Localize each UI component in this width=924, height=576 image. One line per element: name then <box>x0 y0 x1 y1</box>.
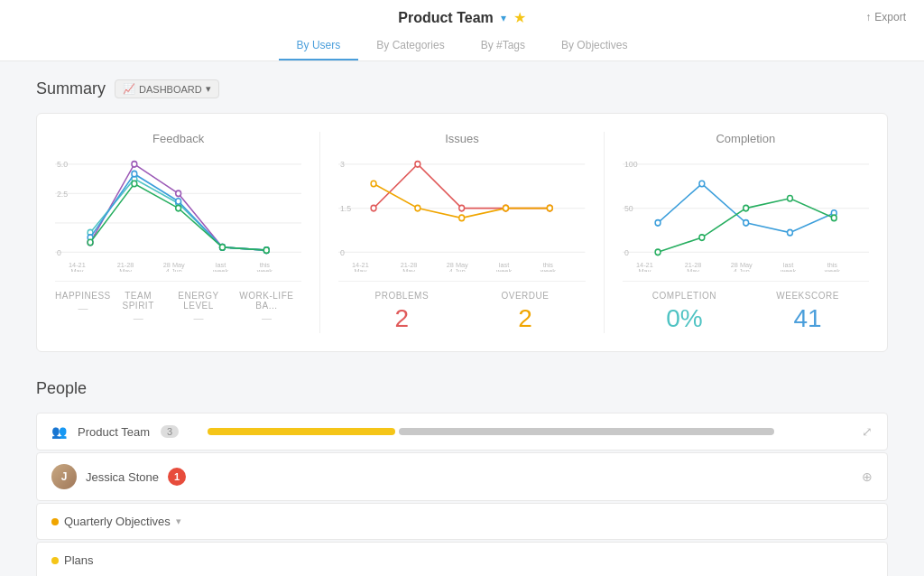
stat-team-spirit: TEAM SPIRIT — <box>111 291 166 323</box>
svg-point-70 <box>699 181 705 187</box>
svg-point-9 <box>176 190 181 197</box>
avatar: J <box>51 464 77 489</box>
team-progress <box>208 428 833 435</box>
svg-point-52 <box>548 205 553 211</box>
chevron-down-icon[interactable]: ▾ <box>176 516 181 527</box>
quarterly-objectives-section: Quarterly Objectives ▾ <box>36 503 888 540</box>
issues-card-title: Issues <box>338 132 585 145</box>
stat-work-life: WORK-LIFE BA... — <box>231 291 301 323</box>
person-name: Jessica Stone <box>86 470 159 484</box>
expand-person-button[interactable]: ⊕ <box>862 469 873 484</box>
svg-point-25 <box>220 245 226 251</box>
team-name: Product Team <box>78 425 150 439</box>
team-row: 👥 Product Team 3 ⤢ <box>36 413 888 451</box>
svg-point-69 <box>655 220 661 227</box>
stat-happiness: HAPPINESS — <box>55 291 111 323</box>
svg-text:week: week <box>495 267 512 272</box>
issues-stats: PROBLEMS 2 OVERDUE 2 <box>338 281 585 333</box>
summary-cards: Feedback 5.0 2.5 0 <box>36 113 888 352</box>
stat-overdue: OVERDUE 2 <box>501 291 549 333</box>
export-icon: ↑ <box>865 11 871 23</box>
svg-point-8 <box>132 162 137 168</box>
svg-text:week: week <box>824 267 840 272</box>
svg-point-45 <box>459 205 465 211</box>
header-title-row: Product Team ▾ ★ ↑ Export <box>398 0 526 32</box>
svg-text:4 Jun: 4 Jun <box>166 267 182 272</box>
svg-text:5.0: 5.0 <box>57 160 68 170</box>
plans-title: Plans <box>51 553 873 567</box>
people-section: People 👥 Product Team 3 ⤢ J Jessica Ston… <box>36 379 888 576</box>
stat-energy-level: ENERGY LEVEL — <box>166 291 232 323</box>
svg-point-78 <box>831 215 836 221</box>
completion-card: Completion 100 50 0 <box>623 132 869 333</box>
alert-icon: 1 <box>168 468 186 486</box>
svg-point-22 <box>88 239 93 246</box>
header: Product Team ▾ ★ ↑ Export By Users By Ca… <box>0 0 924 61</box>
svg-text:May: May <box>119 267 132 272</box>
svg-point-44 <box>415 162 420 168</box>
svg-text:May: May <box>355 267 367 272</box>
svg-point-49 <box>415 205 420 211</box>
svg-text:0: 0 <box>340 247 345 257</box>
main-content: Summary 📈 DASHBOARD ▾ Feedback 5.0 2.5 <box>0 61 924 576</box>
svg-point-72 <box>787 229 792 236</box>
summary-header: Summary 📈 DASHBOARD ▾ <box>36 79 888 98</box>
tab-by-categories[interactable]: By Categories <box>358 32 462 60</box>
progress-bar-gray <box>399 428 774 435</box>
page-title: Product Team <box>398 10 494 26</box>
svg-point-24 <box>176 205 181 211</box>
svg-text:1.5: 1.5 <box>340 203 351 213</box>
stat-completion: COMPLETION 0% <box>652 291 716 333</box>
stat-weekscore: WEEKSCORE 41 <box>776 291 839 333</box>
person-row: J Jessica Stone 1 ⊕ <box>36 452 888 501</box>
svg-text:2.5: 2.5 <box>57 189 68 199</box>
completion-chart: 100 50 0 <box>623 154 869 272</box>
svg-point-18 <box>132 171 137 177</box>
completion-stats: COMPLETION 0% WEEKSCORE 41 <box>623 281 869 333</box>
quarterly-objectives-title: Quarterly Objectives ▾ <box>51 515 873 528</box>
feedback-card: Feedback 5.0 2.5 0 <box>55 132 301 333</box>
svg-point-23 <box>132 181 137 187</box>
svg-point-71 <box>743 220 748 227</box>
tab-by-objectives[interactable]: By Objectives <box>543 32 645 60</box>
feedback-chart: 5.0 2.5 0 <box>55 154 301 272</box>
svg-text:week: week <box>256 267 273 272</box>
tab-by-tags[interactable]: By #Tags <box>463 32 543 60</box>
svg-text:0: 0 <box>624 247 629 257</box>
card-divider-1 <box>319 132 320 333</box>
svg-text:3: 3 <box>340 160 345 170</box>
svg-text:May: May <box>687 267 699 272</box>
dropdown-arrow-icon[interactable]: ▾ <box>501 12 506 24</box>
expand-team-icon[interactable]: ⤢ <box>862 424 873 439</box>
orange-dot-icon <box>51 518 59 525</box>
export-button[interactable]: ↑ Export <box>865 11 906 23</box>
svg-point-26 <box>263 247 269 254</box>
svg-point-19 <box>176 199 181 205</box>
svg-text:week: week <box>540 267 556 272</box>
chart-icon: 📈 <box>123 83 135 95</box>
progress-bar-yellow <box>208 428 395 435</box>
team-count: 3 <box>161 425 179 438</box>
tab-by-users[interactable]: By Users <box>279 32 359 60</box>
summary-title: Summary <box>36 79 106 98</box>
svg-point-74 <box>655 249 661 255</box>
issues-card: Issues 3 1.5 0 <box>338 132 585 333</box>
issues-chart: 3 1.5 0 <box>338 154 585 272</box>
feedback-stats: HAPPINESS — TEAM SPIRIT — ENERGY LEVEL —… <box>55 281 301 323</box>
nav-tabs: By Users By Categories By #Tags By Objec… <box>279 32 646 60</box>
svg-text:4 Jun: 4 Jun <box>733 267 749 272</box>
svg-text:May: May <box>638 267 651 272</box>
svg-text:week: week <box>212 267 228 272</box>
feedback-card-title: Feedback <box>55 132 301 145</box>
svg-point-50 <box>459 215 465 221</box>
svg-text:4 Jun: 4 Jun <box>449 267 466 272</box>
team-icon: 👥 <box>51 424 67 439</box>
dashboard-badge[interactable]: 📈 DASHBOARD ▾ <box>115 79 219 98</box>
svg-point-51 <box>504 205 509 211</box>
svg-text:week: week <box>780 267 796 272</box>
stat-problems: PROBLEMS 2 <box>375 291 430 333</box>
plans-section: Plans + Assign a new item to Jessica Sto… <box>36 542 888 576</box>
svg-text:100: 100 <box>624 160 638 170</box>
star-icon[interactable]: ★ <box>513 9 526 26</box>
svg-point-43 <box>371 205 376 211</box>
